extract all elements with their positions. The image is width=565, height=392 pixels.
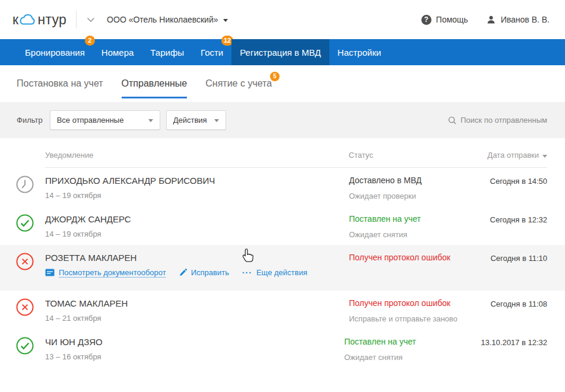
question-circle-icon: ? <box>421 15 431 25</box>
filter-bar: Фильтр Все отправленные Действия Поиск п… <box>0 102 565 138</box>
tab-label: Постановка на учет <box>17 78 103 89</box>
sent-date: Сегодня в 11:08 <box>488 298 547 329</box>
column-status: Статус <box>349 151 488 160</box>
guest-name: ПРИХОДЬКО АЛЕКСАНДР БОРИСОВИЧ <box>45 175 349 186</box>
logo-text-suffix: нтур <box>37 12 66 28</box>
view-docflow-link[interactable]: Посмотреть документооборот <box>45 268 166 277</box>
error-cross-icon <box>16 298 34 316</box>
ellipsis-icon: ··· <box>242 270 252 276</box>
caret-down-icon <box>214 119 219 122</box>
nav-item-mvd-registration[interactable]: Регистрация в МВД <box>231 39 329 65</box>
table-row-hovered[interactable]: РОЗЕТТА МАКЛАРЕН Посмотреть документообо… <box>0 245 565 291</box>
substatus-text: Исправьте и отправьте заново <box>349 314 488 323</box>
substatus-text: Ожидает проверки <box>349 192 488 200</box>
status-text: Поставлен на учет <box>344 336 481 348</box>
nav-label: Регистрация в МВД <box>240 47 320 58</box>
table-row[interactable]: ПРИХОДЬКО АЛЕКСАНДР БОРИСОВИЧ 14 – 19 ок… <box>0 168 565 206</box>
view-docflow-label: Посмотреть документооборот <box>59 268 166 277</box>
fix-label: Исправить <box>191 268 229 277</box>
help-label: Помощь <box>436 15 468 24</box>
stay-dates: 14 – 19 октября <box>45 230 349 238</box>
substatus-text: Ожидает снятия <box>349 230 488 239</box>
filter-dropdown[interactable]: Все отправленные <box>50 110 160 130</box>
nav-label: Настройки <box>338 47 382 58</box>
org-name: ООО «Отель Николаевский» <box>107 15 218 24</box>
org-selector[interactable]: ООО «Отель Николаевский» <box>107 15 227 24</box>
logo-text-prefix: к <box>12 12 18 28</box>
notifications-table: Уведомление Статус Дата отправки ПРИХОДЬ… <box>0 138 565 368</box>
column-date-sort[interactable]: Дата отправки <box>487 151 547 160</box>
products-chevron-down-icon[interactable] <box>87 17 95 23</box>
search-sent-link[interactable]: Поиск по отправленным <box>448 116 547 125</box>
user-menu[interactable]: Иванов В. В. <box>486 14 550 25</box>
deregistration-badge: 5 <box>270 72 280 81</box>
caret-down-icon <box>223 19 228 22</box>
help-link[interactable]: ? Помощь <box>421 15 468 25</box>
search-icon <box>448 116 456 125</box>
stay-dates: 13 – 16 октября <box>45 352 344 361</box>
column-date-label: Дата отправки <box>487 151 539 160</box>
tab-label: Отправленные <box>122 78 188 89</box>
cloud-icon <box>18 13 37 26</box>
search-label: Поиск по отправленным <box>461 116 547 125</box>
nav-label: Гости <box>201 47 223 58</box>
kontur-logo[interactable]: к нтур <box>12 12 66 28</box>
tabs-bar: Постановка на учет Отправленные Снятие с… <box>0 65 565 102</box>
fix-link[interactable]: Исправить <box>179 268 229 277</box>
pending-clock-icon <box>16 176 34 193</box>
table-row[interactable]: ДЖОРДЖ САНДЕРС 14 – 19 октября Поставлен… <box>0 206 565 245</box>
row-actions: Посмотреть документооборот Исправить ···… <box>45 268 349 277</box>
nav-label: Бронирования <box>25 47 85 58</box>
stay-dates: 14 – 19 октября <box>45 191 349 200</box>
tab-label: Снятие с учета <box>205 78 272 89</box>
actions-dropdown[interactable]: Действия <box>166 110 226 130</box>
status-text: Доставлено в МВД <box>349 175 488 186</box>
sent-date: Сегодня в 12:32 <box>488 213 547 245</box>
nav-item-bookings[interactable]: Бронирования 2 <box>17 39 93 65</box>
pencil-icon <box>179 269 187 276</box>
error-cross-icon <box>16 253 34 270</box>
column-notification: Уведомление <box>45 151 349 160</box>
document-card-icon <box>45 269 55 276</box>
guest-name: ДЖОРДЖ САНДЕРС <box>45 213 349 225</box>
filter-label: Фильтр <box>17 116 43 125</box>
user-name: Иванов В. В. <box>501 15 550 24</box>
main-nav: Бронирования 2 Номера Тарифы Гости 12 Ре… <box>0 39 565 65</box>
nav-item-tariffs[interactable]: Тарифы <box>142 39 192 65</box>
table-row[interactable]: ТОМАС МАКЛАРЕН 14 – 21 октября Получен п… <box>0 291 565 329</box>
more-actions-label: Еще действия <box>256 268 307 277</box>
actions-dropdown-label: Действия <box>173 116 207 125</box>
nav-item-rooms[interactable]: Номера <box>93 39 142 65</box>
user-icon <box>486 14 496 25</box>
guest-name: ТОМАС МАКЛАРЕН <box>45 298 349 309</box>
nav-item-settings[interactable]: Настройки <box>329 39 390 65</box>
top-bar: к нтур ООО «Отель Николаевский» ? Помощь… <box>0 0 565 39</box>
sort-desc-icon <box>542 155 547 158</box>
sent-date: Сегодня в 11:10 <box>488 252 547 291</box>
status-text: Получен протокол ошибок <box>349 252 488 263</box>
sent-date: 13.10.2017 в 12:32 <box>481 336 547 368</box>
tab-sent[interactable]: Отправленные <box>122 65 188 102</box>
tab-deregistration[interactable]: Снятие с учета 5 <box>205 65 272 102</box>
status-text: Получен протокол ошибок <box>349 298 488 309</box>
guest-name: ЧИ ЮН ДЗЯО <box>45 336 344 348</box>
more-actions-link[interactable]: ··· Еще действия <box>242 268 307 277</box>
success-check-icon <box>16 337 34 355</box>
stay-dates: 14 – 21 октября <box>45 314 349 323</box>
table-row[interactable]: ЧИ ЮН ДЗЯО 13 – 16 октября Поставлен на … <box>0 329 565 368</box>
divider <box>76 11 77 28</box>
substatus-text: Ожидает снятия <box>344 353 481 362</box>
filter-dropdown-value: Все отправленные <box>57 116 124 125</box>
status-text: Поставлен на учет <box>349 213 488 225</box>
nav-label: Номера <box>101 47 134 58</box>
nav-item-guests[interactable]: Гости 12 <box>192 39 231 65</box>
success-check-icon <box>16 214 34 232</box>
tab-registration[interactable]: Постановка на учет <box>17 65 103 102</box>
nav-label: Тарифы <box>150 47 184 58</box>
table-header: Уведомление Статус Дата отправки <box>45 151 547 168</box>
caret-down-icon <box>148 119 153 122</box>
sent-date: Сегодня в 14:50 <box>488 175 547 206</box>
guest-name: РОЗЕТТА МАКЛАРЕН <box>45 252 349 263</box>
